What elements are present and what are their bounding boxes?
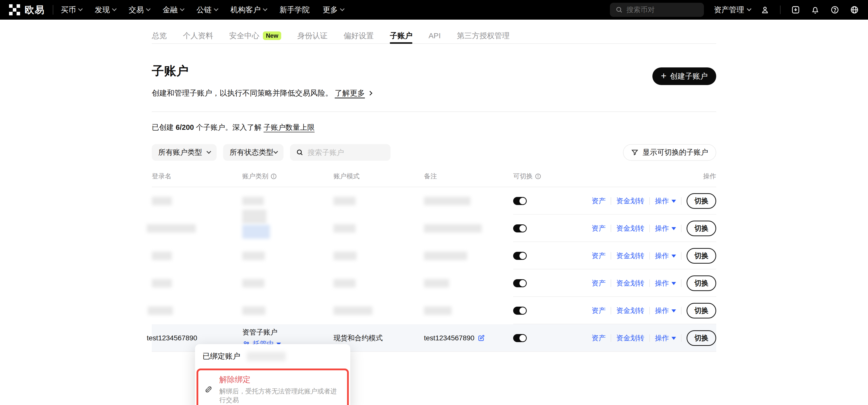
subaccount-count-line: 已创建 6/200 个子账户。深入了解 子账户数量上限 (152, 122, 716, 133)
chevron-down-icon (263, 6, 268, 11)
asset-management-menu[interactable]: 资产管理 (714, 5, 750, 15)
transfer-link[interactable]: 资金划转 (616, 279, 644, 288)
notifications-bell-icon[interactable] (811, 5, 820, 15)
caret-down-icon (672, 200, 676, 203)
switchable-toggle[interactable] (513, 307, 527, 315)
switch-button[interactable]: 切换 (687, 193, 716, 209)
info-icon[interactable] (535, 173, 541, 180)
transfer-link[interactable]: 资金划转 (616, 224, 644, 233)
switch-button[interactable]: 切换 (687, 248, 716, 264)
user-icon[interactable] (761, 5, 770, 15)
switch-button[interactable]: 切换 (687, 276, 716, 291)
unbind-menu-item[interactable]: 解除绑定 解绑后，受托方将无法管理此账户或者进行交易 (196, 369, 349, 405)
tab-security-center[interactable]: 安全中心 New (229, 28, 281, 43)
switchable-toggle[interactable] (513, 224, 527, 232)
chevron-down-icon (180, 6, 184, 11)
transfer-link[interactable]: 资金划转 (616, 196, 644, 206)
tab-subaccounts[interactable]: 子账户 (390, 28, 412, 43)
col-account-mode: 账户模式 (334, 172, 424, 181)
nav-item-finance[interactable]: 金融 (163, 5, 183, 15)
nav-item-discover[interactable]: 发现 (95, 5, 116, 15)
assets-link[interactable]: 资产 (592, 333, 606, 343)
nav-item-more[interactable]: 更多 (323, 5, 344, 15)
switch-button[interactable]: 切换 (687, 330, 716, 346)
redacted-remark (424, 197, 470, 205)
redacted-mode (334, 224, 355, 233)
redacted-login (148, 307, 173, 315)
redacted-login (152, 279, 172, 288)
redacted-remark (424, 307, 452, 315)
nav-item-academy[interactable]: 新手学院 (279, 5, 310, 15)
unbind-description: 解绑后，受托方将无法管理此账户或者进行交易 (219, 387, 342, 405)
table-row: 资产 资金划转 操作 切换 (152, 214, 716, 242)
subaccount-search-box[interactable] (290, 144, 391, 161)
download-app-icon[interactable] (791, 5, 800, 15)
operate-menu[interactable]: 操作 (655, 196, 676, 206)
redacted-mode (334, 252, 356, 260)
subaccount-limit-link[interactable]: 子账户数量上限 (264, 123, 315, 131)
redacted-remark (424, 279, 449, 288)
account-type-filter[interactable]: 所有账户类型 (152, 144, 217, 161)
col-account-category: 账户类别 (242, 172, 334, 181)
switchable-toggle[interactable] (513, 197, 527, 205)
tab-api[interactable]: API (429, 28, 440, 43)
navbar-right: 资产管理 (610, 3, 859, 17)
caret-down-icon (672, 310, 676, 312)
assets-link[interactable]: 资产 (592, 279, 606, 288)
assets-link[interactable]: 资产 (592, 224, 606, 233)
brand-name: 欧易 (25, 3, 45, 16)
switchable-toggle[interactable] (513, 252, 527, 260)
page-head-left: 子账户 创建和管理子账户，以执行不同策略并降低交易风险。 了解更多 (152, 63, 372, 98)
assets-link[interactable]: 资产 (592, 196, 606, 206)
create-subaccount-button[interactable]: + 创建子账户 (652, 67, 716, 85)
nav-item-trade[interactable]: 交易 (129, 5, 150, 15)
operate-menu[interactable]: 操作 (655, 251, 676, 261)
redacted-login (147, 224, 196, 233)
custody-dropdown-popup: 已绑定账户 解除绑定 解绑后，受托方将无法管理此账户或者进行交易 (195, 344, 350, 405)
operate-menu[interactable]: 操作 (655, 279, 676, 288)
switchable-toggle[interactable] (513, 279, 527, 287)
chevron-down-icon (146, 6, 151, 11)
tab-profile[interactable]: 个人资料 (183, 28, 213, 43)
pair-search-input[interactable] (626, 6, 694, 14)
col-remark: 备注 (424, 172, 513, 181)
transfer-link[interactable]: 资金划转 (616, 306, 644, 315)
operate-menu[interactable]: 操作 (655, 306, 676, 315)
transfer-link[interactable]: 资金划转 (616, 251, 644, 261)
show-switchable-button[interactable]: 显示可切换的子账户 (623, 144, 716, 161)
table-row: 资产 资金划转 操作 切换 (152, 187, 716, 214)
language-globe-icon[interactable] (850, 5, 859, 15)
tab-third-party-auth[interactable]: 第三方授权管理 (457, 28, 509, 43)
redacted-remark (424, 224, 482, 233)
transfer-link[interactable]: 资金划转 (616, 333, 644, 343)
col-actions: 操作 (703, 172, 716, 181)
operate-menu[interactable]: 操作 (655, 224, 676, 233)
status-type-filter[interactable]: 所有状态类型 (223, 144, 283, 161)
chevron-down-icon (747, 6, 751, 11)
switch-button[interactable]: 切换 (687, 303, 716, 318)
tab-preferences[interactable]: 偏好设置 (344, 28, 374, 43)
nav-item-buy[interactable]: 买币 (61, 5, 82, 15)
edit-icon[interactable] (477, 334, 485, 342)
pair-search-box[interactable] (610, 3, 704, 17)
subaccount-search-input[interactable] (308, 148, 378, 157)
tab-identity-verification[interactable]: 身份认证 (297, 28, 328, 43)
assets-link[interactable]: 资产 (592, 251, 606, 261)
chevron-down-icon (78, 6, 83, 11)
primary-nav: 买币 发现 交易 金融 公链 机构客户 新手学院 更多 (61, 5, 344, 15)
nav-item-institutional[interactable]: 机构客户 (230, 5, 267, 15)
assets-link[interactable]: 资产 (592, 306, 606, 315)
help-icon[interactable] (830, 5, 839, 15)
switchable-toggle[interactable] (513, 334, 527, 342)
chevron-down-icon (112, 6, 117, 11)
redacted-mode (334, 279, 355, 288)
login-name-cell: test1234567890 (152, 334, 242, 342)
tab-overview[interactable]: 总览 (152, 28, 167, 43)
okx-logo[interactable]: 欧易 (9, 3, 45, 16)
operate-menu[interactable]: 操作 (655, 333, 676, 343)
switch-button[interactable]: 切换 (687, 221, 716, 236)
nav-item-chain[interactable]: 公链 (196, 5, 217, 15)
redacted-mode (334, 307, 372, 315)
info-icon[interactable] (270, 173, 277, 180)
learn-more-link[interactable]: 了解更多 (335, 88, 365, 98)
